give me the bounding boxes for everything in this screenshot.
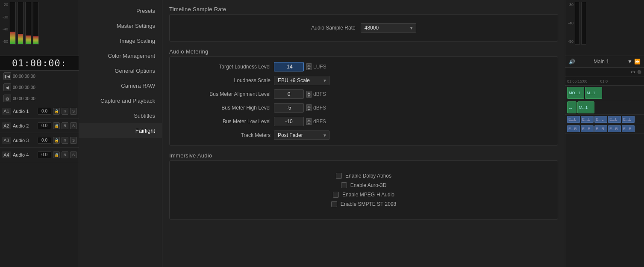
audio-track-A4: A4 Audio 4 🔒 R S [0,148,79,162]
bottom-clip-EL1[interactable]: E...L [567,116,580,123]
s-btn-A4[interactable]: S [70,151,77,158]
transport-row-1: ▮◀ 00:00:00:00 [0,71,79,82]
scale-label-50: -50 [3,39,8,44]
sidebar-item-capture-playback[interactable]: Capture and Playback [79,93,162,108]
audio-sample-rate-label: Audio Sample Rate [311,25,355,31]
smpte-st-row: Enable SMPTE ST 2098 [331,201,397,207]
bus-meter-low-down[interactable]: ▼ [306,122,312,125]
audio-track-A1: A1 Audio 1 🔒 R S [0,104,79,119]
sidebar-item-color-management[interactable]: Color Management [79,48,162,63]
bottom-clip-ER5[interactable]: E...R [622,125,635,132]
bus-meter-high-down[interactable]: ▼ [306,108,312,111]
clip-M1b[interactable]: M...1 [577,101,594,113]
bus-meter-low-up[interactable]: ▲ [306,118,312,122]
bus-meter-alignment-input[interactable] [274,89,304,99]
meter-bar-2 [18,2,24,44]
sidebar-item-image-scaling[interactable]: Image Scaling [79,33,162,48]
bus-meter-high-spinner[interactable]: ▲ ▼ [306,104,312,111]
lock-btn-A2[interactable]: 🔒 [53,122,60,129]
bus-meter-high-input[interactable] [274,103,304,113]
sidebar-item-camera-raw[interactable]: Camera RAW [79,78,162,93]
dropdown-toggle[interactable]: ▼ [627,59,632,65]
target-loudness-label: Target Loudness Level [176,64,271,70]
back-to-start-button[interactable]: ▮◀ [3,72,11,80]
immersive-audio-box: Enable Dolby Atmos Enable Auro-3D Enable… [169,160,558,220]
r-btn-A1[interactable]: R [62,108,68,115]
bottom-clip-ER3[interactable]: E...R [594,125,607,132]
r-btn-A3[interactable]: R [62,137,68,144]
main-output-label: Main 1 [594,59,609,65]
timeline-sample-rate-box: Audio Sample Rate 48000 44100 96000 ▼ [169,14,558,42]
sidebar-item-fairlight[interactable]: Fairlight [79,123,162,138]
target-loudness-up[interactable]: ▲ [306,63,312,67]
lock-btn-A4[interactable]: 🔒 [53,151,60,158]
mpeg-h-checkbox[interactable] [333,192,339,198]
meter-strip-3 [25,2,31,44]
track-meters-dropdown[interactable]: Post Fader Pre Fader [274,131,329,140]
clip-M1[interactable]: M...1 [585,87,602,99]
bus-meter-high-up[interactable]: ▲ [306,104,312,108]
audio-sample-rate-dropdown[interactable]: 48000 44100 96000 [361,23,416,33]
meter-top-area: -20 -30 -40 -50 [0,0,79,56]
track-volume-A3[interactable] [38,137,51,144]
dolby-atmos-checkbox[interactable] [336,173,342,179]
meter-fill-2 [18,34,23,44]
bus-meter-alignment-label: Bus Meter Alignment Level [176,91,271,97]
target-loudness-input[interactable] [274,62,304,71]
bottom-clip-ER1[interactable]: E...R [567,125,580,132]
bottom-clip-EL3[interactable]: E...L [594,116,607,123]
sidebar-item-presets[interactable]: Presets [79,3,162,18]
timeline-sample-rate-header: Timeline Sample Rate [169,3,558,14]
bus-meter-alignment-spinner[interactable]: ▲ ▼ [306,91,312,98]
dolby-atmos-row: Enable Dolby Atmos [336,173,391,179]
lock-btn-A3[interactable]: 🔒 [53,137,60,144]
target-loudness-row: Target Loudness Level ▲ ▼ LUFS [176,62,551,71]
clip-MO1[interactable]: MO...1 [567,87,584,99]
track-volume-A4[interactable] [38,151,51,158]
bus-meter-low-spinner[interactable]: ▲ ▼ [306,118,312,125]
sidebar-item-master-settings[interactable]: Master Settings [79,18,162,33]
sidebar-item-subtitles[interactable]: Subtitles [79,108,162,123]
target-loudness-down[interactable]: ▼ [306,67,312,70]
loudness-scale-label: Loudness Scale [176,77,271,83]
audio-track-A3: A3 Audio 3 🔒 R S [0,133,79,148]
track-volume-A1[interactable] [38,108,51,115]
clip-dots[interactable]: ... [567,101,576,113]
bottom-clip-EL5[interactable]: E...L [622,116,635,123]
timeline-track-1: MO...1 M...1 [565,86,644,100]
r-btn-A2[interactable]: R [62,122,68,129]
loudness-scale-dropdown[interactable]: EBU +9 Scale EBU +18 Scale Custom [274,76,329,85]
sidebar-item-general-options[interactable]: General Options [79,63,162,78]
bottom-clip-ER4[interactable]: E...R [608,125,621,132]
bottom-clip-ER2[interactable]: E...R [581,125,594,132]
transport-row-3: ◍ 00:00:00:00 [0,93,79,104]
s-btn-A3[interactable]: S [70,137,77,144]
bus-meter-low-input[interactable] [274,117,304,126]
r-btn-A4[interactable]: R [62,151,68,158]
bottom-clip-EL2[interactable]: E...L [581,116,594,123]
audio-sample-rate-dropdown-wrapper: 48000 44100 96000 ▼ [361,23,416,33]
bus-meter-alignment-down[interactable]: ▼ [306,94,312,98]
smpte-st-checkbox[interactable] [331,201,337,207]
timeline-ruler: 01:05:15:00 01:0 [565,77,644,86]
edit-icon[interactable]: <> [630,70,635,74]
track-volume-A2[interactable] [38,122,51,129]
ruler-time-1: 01:05:15:00 [567,79,588,83]
target-loudness-spinner[interactable]: ▲ ▼ [306,63,312,70]
forward-icon: ⏩ [634,59,641,65]
transport-row-2: ◀ 00:00:00:00 [0,82,79,93]
circle-indicator: ⚫ [637,70,641,74]
timeline-tracks-area: MO...1 M...1 ... M...1 E...L E...L E...L… [565,86,644,134]
lock-btn-A1[interactable]: 🔒 [53,108,60,115]
auro-3d-checkbox[interactable] [341,182,347,188]
right-scale-50: -50 [568,39,573,44]
bottom-clip-EL4[interactable]: E...L [608,116,621,123]
clock-button[interactable]: ◍ [3,95,11,102]
s-btn-A2[interactable]: S [70,122,77,129]
bus-meter-alignment-up[interactable]: ▲ [306,91,312,94]
transport-timecode-1: 00:00:00:00 [13,74,75,79]
mpeg-h-row: Enable MPEG-H Audio [333,192,394,198]
step-back-button[interactable]: ◀ [3,83,11,91]
right-meter-scale: -30 -40 -50 [568,2,573,44]
s-btn-A1[interactable]: S [70,108,77,115]
